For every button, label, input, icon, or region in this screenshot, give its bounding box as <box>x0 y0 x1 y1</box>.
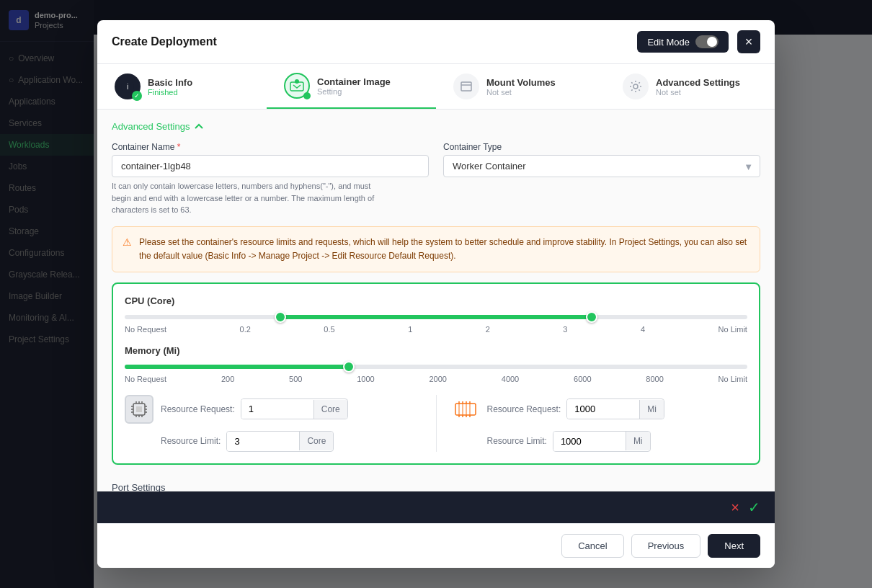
advanced-settings-header[interactable]: Advanced Settings <box>112 121 760 132</box>
step3-info: Mount Volumes Not set <box>486 77 556 97</box>
svg-text:i: i <box>127 83 128 91</box>
cpu-slider-labels: No Request 0.2 0.5 1 2 3 4 No Limit <box>125 325 747 334</box>
step1-icon-wrap: i ✓ <box>115 74 141 99</box>
step-container-image[interactable]: Container Image Setting <box>267 64 436 109</box>
cpu-section-title: CPU (Core) <box>125 295 747 306</box>
memory-inputs-col: Resource Request: Mi R <box>451 395 748 452</box>
container-type-select-wrap: Worker Container Init Container Sidecar … <box>443 155 760 177</box>
mem-limit-group: Resource Limit: Mi <box>487 431 748 452</box>
container-type-select[interactable]: Worker Container Init Container Sidecar … <box>443 155 760 177</box>
step4-info: Advanced Settings Not set <box>656 77 740 97</box>
container-name-group: Container Name * It can only contain low… <box>112 142 429 216</box>
container-name-hint: It can only contain lowercase letters, n… <box>112 180 386 216</box>
previous-button[interactable]: Previous <box>631 534 701 558</box>
container-name-input[interactable] <box>112 155 429 177</box>
step4-icon <box>623 74 649 99</box>
mem-limit-input[interactable] <box>553 432 626 451</box>
cpu-limit-field: Core <box>226 431 334 452</box>
step1-badge: ✓ <box>132 91 142 101</box>
memory-slider-labels: No Request 200 500 1000 2000 4000 6000 8… <box>125 375 747 383</box>
svg-rect-8 <box>136 406 142 412</box>
step-mount-volumes[interactable]: Mount Volumes Not set <box>436 64 605 109</box>
container-type-group: Container Type Worker Container Init Con… <box>443 142 760 177</box>
warning-banner: ⚠ Please set the container's resource li… <box>112 226 760 272</box>
cpu-request-field: Core <box>241 398 348 419</box>
cancel-button[interactable]: Cancel <box>561 534 623 558</box>
modal-body: Advanced Settings Container Name * It ca… <box>97 110 775 491</box>
step3-icon-wrap <box>453 74 479 99</box>
mem-limit-field: Mi <box>553 431 651 452</box>
modal-header: Create Deployment Edit Mode × <box>97 20 775 64</box>
container-type-label: Container Type <box>443 142 760 152</box>
cpu-slider-track[interactable] <box>125 315 747 319</box>
modal-footer: Cancel Previous Next <box>97 523 775 568</box>
step4-icon-wrap <box>623 74 649 99</box>
svg-rect-4 <box>461 82 471 91</box>
port-settings-label: Port Settings <box>112 475 760 491</box>
memory-slider: No Request 200 500 1000 2000 4000 6000 8… <box>125 365 747 383</box>
cpu-inputs-col: Resource Request: Core <box>125 395 422 452</box>
memory-slider-track[interactable] <box>125 365 747 369</box>
memory-slider-thumb1[interactable] <box>343 361 355 373</box>
cpu-icon-request-row: Resource Request: Core <box>125 395 422 424</box>
cpu-slider-thumb1[interactable] <box>275 311 286 323</box>
cpu-limit-input[interactable] <box>227 432 299 451</box>
memory-section-title: Memory (Mi) <box>125 345 747 356</box>
container-name-type-row: Container Name * It can only contain low… <box>112 142 760 216</box>
mem-limit-row: Resource Limit: Mi <box>451 431 748 452</box>
cpu-limit-row: Resource Limit: Core <box>125 431 422 452</box>
next-button[interactable]: Next <box>708 534 760 558</box>
close-button[interactable]: × <box>737 30 760 53</box>
step3-icon <box>453 74 479 99</box>
resource-divider <box>436 395 437 452</box>
step2-icon-wrap <box>284 73 310 99</box>
svg-rect-21 <box>455 404 476 415</box>
memory-slider-fill <box>125 365 349 369</box>
mem-request-group: Resource Request: Mi <box>487 398 748 419</box>
chevron-up-icon <box>194 122 204 132</box>
cpu-slider: No Request 0.2 0.5 1 2 3 4 No Limit <box>125 315 747 334</box>
svg-point-6 <box>633 84 638 89</box>
bottom-bar-close-icon[interactable]: × <box>731 499 739 516</box>
cpu-slider-fill <box>280 315 592 319</box>
modal-header-controls: Edit Mode × <box>637 30 760 53</box>
modal-create-deployment: Create Deployment Edit Mode × i <box>97 20 775 568</box>
cpu-request-input[interactable] <box>241 399 313 419</box>
mem-request-field: Mi <box>566 398 664 419</box>
step1-info: Basic Info Finished <box>148 77 192 97</box>
modal-bottom-bar: × ✓ <box>97 491 775 523</box>
modal-title: Create Deployment <box>112 35 217 48</box>
step2-info: Container Image Setting <box>317 76 391 96</box>
edit-mode-button[interactable]: Edit Mode <box>637 31 729 53</box>
step2-badge <box>303 92 311 99</box>
container-name-label: Container Name * <box>112 142 429 152</box>
memory-icon <box>451 395 480 424</box>
step-advanced-settings[interactable]: Advanced Settings Not set <box>605 64 775 109</box>
edit-mode-toggle[interactable] <box>695 35 718 48</box>
resource-box: CPU (Core) No Request 0.2 0.5 1 <box>112 282 760 465</box>
bottom-bar-check-icon[interactable]: ✓ <box>748 499 760 516</box>
modal-overlay: Create Deployment Edit Mode × i <box>0 0 872 588</box>
warning-icon: ⚠ <box>123 236 132 263</box>
cpu-icon <box>125 395 154 424</box>
cpu-request-group: Resource Request: Core <box>161 398 422 419</box>
resource-inputs: Resource Request: Core <box>125 395 747 452</box>
mem-icon-request-row: Resource Request: Mi <box>451 395 748 424</box>
svg-point-3 <box>295 79 299 84</box>
cpu-limit-group: Resource Limit: Core <box>161 431 422 452</box>
mem-request-input[interactable] <box>567 399 639 419</box>
step-basic-info[interactable]: i ✓ Basic Info Finished <box>97 64 267 109</box>
steps-bar: i ✓ Basic Info Finished <box>97 64 775 110</box>
cpu-slider-thumb2[interactable] <box>586 311 597 323</box>
